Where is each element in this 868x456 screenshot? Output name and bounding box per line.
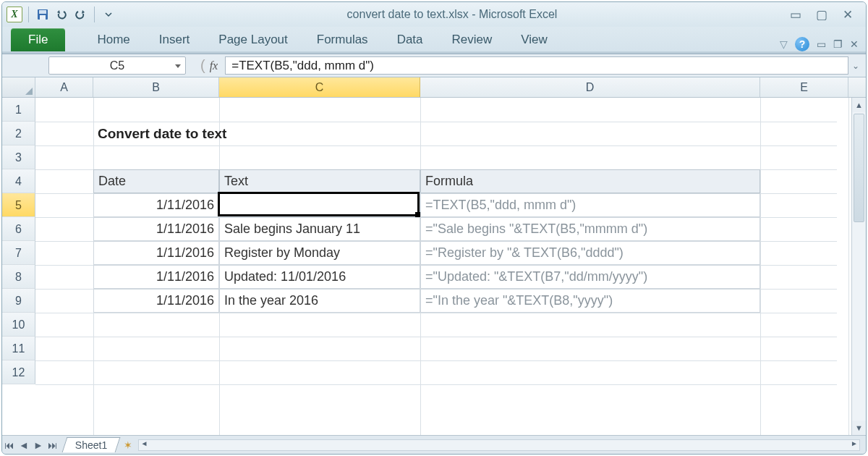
fx-icon[interactable]: fx [210,59,218,72]
row-header-5[interactable]: 5 [2,193,35,217]
name-box[interactable]: C5 [48,56,186,75]
help-icon[interactable]: ? [795,37,809,51]
cell-date-9[interactable]: 1/11/2016 [93,289,219,313]
qat-customize-button[interactable] [101,7,116,22]
mdi-min-icon[interactable]: ▭ [817,38,826,50]
maximize-button[interactable]: ▢ [814,7,830,22]
cell-date-6[interactable]: 1/11/2016 [93,217,219,241]
vertical-scrollbar[interactable]: ▲ ▼ [851,98,866,435]
sheet-nav-next-icon[interactable]: ► [31,439,46,451]
cell-text-7[interactable]: Register by Monday [219,241,420,265]
save-button[interactable] [35,7,51,22]
cell-text-5[interactable]: Mon, Jan 11 [219,193,420,217]
sheet-tab-bar: ⏮ ◄ ► ⏭ Sheet1 ✶ [2,435,866,454]
row-header-2[interactable]: 2 [2,122,35,145]
svg-rect-2 [40,15,46,20]
col-header-E[interactable]: E [760,77,848,97]
worksheet-grid[interactable]: 123456789101112 Convert date to textDate… [2,98,866,435]
formula-input[interactable]: =TEXT(B5,"ddd, mmm d") [225,56,848,75]
cell-date-7[interactable]: 1/11/2016 [93,241,219,265]
redo-button[interactable] [72,7,88,22]
select-all-corner[interactable] [2,77,35,97]
expand-formula-bar-icon[interactable]: ⌄ [848,61,863,71]
col-header-C[interactable]: C [219,77,420,97]
cell-formula-6[interactable]: ="Sale begins "&TEXT(B5,"mmmm d") [420,217,760,241]
mdi-close-icon[interactable]: ✕ [850,38,859,50]
cell-text-6[interactable]: Sale begins January 11 [219,217,420,241]
row-headers: 123456789101112 [2,98,35,435]
file-tab[interactable]: File [11,28,65,51]
cells-area[interactable]: Convert date to textDateTextFormula1/11/… [35,98,851,435]
row-header-8[interactable]: 8 [2,265,35,289]
row-header-9[interactable]: 9 [2,289,35,313]
tab-view[interactable]: View [506,28,562,51]
ribbon-tabs: File Home Insert Page Layout Formulas Da… [2,27,866,51]
qat-separator [94,7,95,22]
window-title: convert date to text.xlsx - Microsoft Ex… [116,8,788,21]
sheet-nav-prev-icon[interactable]: ◄ [17,439,31,451]
mdi-restore-icon[interactable]: ❐ [833,38,843,50]
row-header-11[interactable]: 11 [2,337,35,360]
cell-text-8[interactable]: Updated: 11/01/2016 [219,265,420,289]
table-header-date[interactable]: Date [93,169,219,193]
minimize-button[interactable]: ▭ [788,7,804,22]
tab-home[interactable]: Home [82,28,144,51]
row-header-10[interactable]: 10 [2,313,35,337]
row-header-4[interactable]: 4 [2,169,35,193]
tab-review[interactable]: Review [438,28,507,51]
cell-date-8[interactable]: 1/11/2016 [93,265,219,289]
sheet-tab[interactable]: Sheet1 [62,437,121,452]
scroll-down-icon[interactable]: ▼ [852,421,866,435]
undo-button[interactable] [54,7,69,22]
scroll-up-icon[interactable]: ▲ [852,98,866,112]
formula-bar-row: C5 ( fx =TEXT(B5,"ddd, mmm d") ⌄ [2,54,866,77]
excel-logo-icon[interactable] [7,7,22,22]
tab-data[interactable]: Data [383,28,438,51]
table-header-text[interactable]: Text [219,169,420,193]
qat-separator [28,7,29,22]
cell-formula-8[interactable]: ="Updated: "&TEXT(B7,"dd/mm/yyyy") [420,265,760,289]
cell-formula-7[interactable]: ="Register by "& TEXT(B6,"dddd") [420,241,760,265]
tab-formulas[interactable]: Formulas [302,28,383,51]
row-header-6[interactable]: 6 [2,217,35,241]
horizontal-scrollbar[interactable] [138,439,860,451]
scroll-thumb[interactable] [854,114,864,222]
column-headers: ABCDE [2,77,866,98]
cell-formula-9[interactable]: ="In the year "&TEXT(B8,"yyyy") [420,289,760,313]
sheet-nav-first-icon[interactable]: ⏮ [2,439,17,451]
title-bar: convert date to text.xlsx - Microsoft Ex… [2,2,866,27]
row-header-3[interactable]: 3 [2,145,35,169]
cell-formula-5[interactable]: =TEXT(B5,"ddd, mmm d") [420,193,760,217]
col-header-A[interactable]: A [35,77,93,97]
svg-rect-1 [39,10,46,14]
cell-date-5[interactable]: 1/11/2016 [93,193,219,217]
application-window: convert date to text.xlsx - Microsoft Ex… [1,1,867,455]
col-header-D[interactable]: D [420,77,760,97]
cell-text-9[interactable]: In the year 2016 [219,289,420,313]
row-header-12[interactable]: 12 [2,360,35,384]
ribbon-minimize-icon[interactable]: ▽ [780,38,788,50]
row-header-1[interactable]: 1 [2,98,35,122]
cancel-formula-icon: ( [200,57,205,74]
tab-page-layout[interactable]: Page Layout [204,28,302,51]
sheet-nav-last-icon[interactable]: ⏭ [46,439,60,451]
close-button[interactable]: ✕ [840,7,856,22]
col-header-B[interactable]: B [93,77,219,97]
new-sheet-icon[interactable]: ✶ [124,439,132,451]
window-controls: ▭ ▢ ✕ [788,7,861,22]
quick-access-toolbar [7,7,116,22]
tab-insert[interactable]: Insert [145,28,205,51]
table-header-formula[interactable]: Formula [420,169,760,193]
row-header-7[interactable]: 7 [2,241,35,265]
cell-heading[interactable]: Convert date to text [93,122,420,145]
